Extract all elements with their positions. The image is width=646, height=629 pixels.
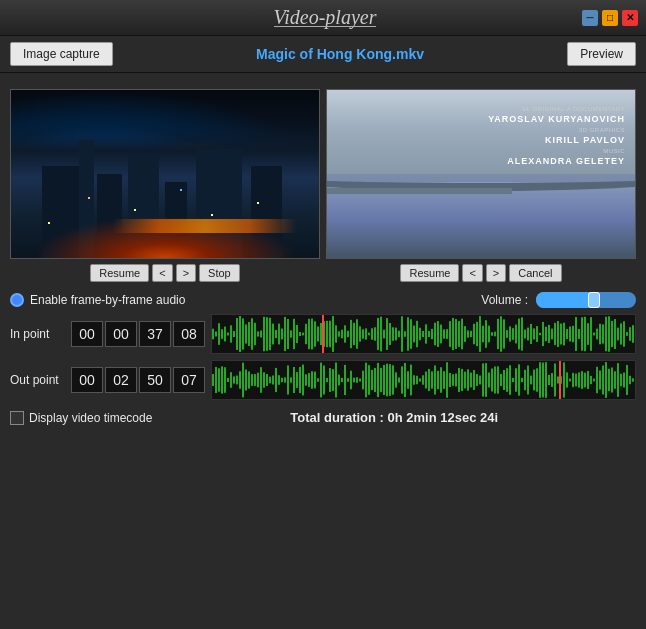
credits-line4: KIRILL PAVLOV [488, 134, 625, 147]
in-point-row: In point 00 00 37 08 [10, 314, 636, 354]
bridge-road [327, 188, 512, 194]
out-point-m[interactable]: 02 [105, 367, 137, 393]
left-video-controls: Resume < > Stop [90, 264, 239, 282]
in-point-playhead [322, 315, 324, 353]
right-video-thumb: el original a documentary YAROSLAV KURYA… [326, 89, 636, 259]
top-bar: Image capture Magic of Hong Kong.mkv Pre… [0, 36, 646, 73]
in-point-waveform-canvas [212, 315, 635, 353]
left-prev-button[interactable]: < [152, 264, 172, 282]
right-prev-button[interactable]: < [462, 264, 482, 282]
in-point-label: In point [10, 327, 65, 341]
right-cancel-button[interactable]: Cancel [509, 264, 561, 282]
in-point-waveform [211, 314, 636, 354]
video-area: Resume < > Stop [0, 81, 646, 286]
out-point-label: Out point [10, 373, 65, 387]
credits-overlay: el original a documentary YAROSLAV KURYA… [488, 105, 625, 168]
volume-thumb [588, 292, 600, 308]
audio-section: Enable frame-by-frame audio Volume : In … [0, 286, 646, 406]
preview-button[interactable]: Preview [567, 42, 636, 66]
right-resume-button[interactable]: Resume [400, 264, 459, 282]
out-point-f[interactable]: 07 [173, 367, 205, 393]
frame-audio-checkbox-row: Enable frame-by-frame audio [10, 293, 185, 307]
in-point-f[interactable]: 08 [173, 321, 205, 347]
out-point-s[interactable]: 50 [139, 367, 171, 393]
display-timecode-checkbox[interactable] [10, 411, 24, 425]
out-point-row: Out point 00 02 50 07 [10, 360, 636, 400]
left-video-panel: Resume < > Stop [10, 89, 320, 282]
right-next-button[interactable]: > [486, 264, 506, 282]
app-title: Video-player [274, 6, 377, 29]
left-stop-button[interactable]: Stop [199, 264, 240, 282]
volume-fill [536, 292, 596, 308]
window-controls: ─ □ ✕ [582, 10, 638, 26]
display-timecode-row: Display video timecode [10, 411, 152, 425]
out-point-waveform [211, 360, 636, 400]
in-point-timecode: 00 00 37 08 [71, 321, 205, 347]
in-point-h[interactable]: 00 [71, 321, 103, 347]
bottom-bar: Display video timecode Total duration : … [0, 406, 646, 431]
credits-line5: music [488, 147, 625, 155]
frame-audio-checkbox[interactable] [10, 293, 24, 307]
out-point-playhead [559, 361, 561, 399]
out-point-timecode: 00 02 50 07 [71, 367, 205, 393]
light-6 [257, 202, 259, 204]
volume-row: Volume : [481, 292, 636, 308]
out-point-h[interactable]: 00 [71, 367, 103, 393]
credits-line2: YAROSLAV KURYANOVICH [488, 113, 625, 126]
light-2 [88, 197, 90, 199]
light-1 [48, 222, 50, 224]
title-bar: Video-player ─ □ ✕ [0, 0, 646, 36]
audio-top-row: Enable frame-by-frame audio Volume : [10, 292, 636, 308]
credits-line6: ALEXANDRA GELETEY [488, 155, 625, 168]
total-duration: Total duration : 0h 2min 12sec 24i [152, 410, 636, 425]
right-video-controls: Resume < > Cancel [400, 264, 561, 282]
maximize-button[interactable]: □ [602, 10, 618, 26]
left-video-bg [11, 90, 319, 258]
credits-line1: el original a documentary [488, 105, 625, 113]
left-resume-button[interactable]: Resume [90, 264, 149, 282]
left-next-button[interactable]: > [176, 264, 196, 282]
in-point-s[interactable]: 37 [139, 321, 171, 347]
right-video-bg: el original a documentary YAROSLAV KURYA… [327, 90, 635, 258]
credits-line3: 3d graphics [488, 126, 625, 134]
light-3 [134, 209, 136, 211]
spacer-top [0, 73, 646, 81]
filename-label: Magic of Hong Kong.mkv [256, 46, 424, 62]
light-5 [211, 214, 213, 216]
out-point-waveform-canvas [212, 361, 635, 399]
main-content: Image capture Magic of Hong Kong.mkv Pre… [0, 36, 646, 629]
in-point-m[interactable]: 00 [105, 321, 137, 347]
image-capture-button[interactable]: Image capture [10, 42, 113, 66]
close-button[interactable]: ✕ [622, 10, 638, 26]
frame-audio-label: Enable frame-by-frame audio [30, 293, 185, 307]
highway-trail [113, 219, 298, 232]
minimize-button[interactable]: ─ [582, 10, 598, 26]
display-timecode-label: Display video timecode [29, 411, 152, 425]
right-video-panel: el original a documentary YAROSLAV KURYA… [326, 89, 636, 282]
volume-slider[interactable] [536, 292, 636, 308]
light-4 [180, 189, 182, 191]
left-video-thumb [10, 89, 320, 259]
volume-label: Volume : [481, 293, 528, 307]
